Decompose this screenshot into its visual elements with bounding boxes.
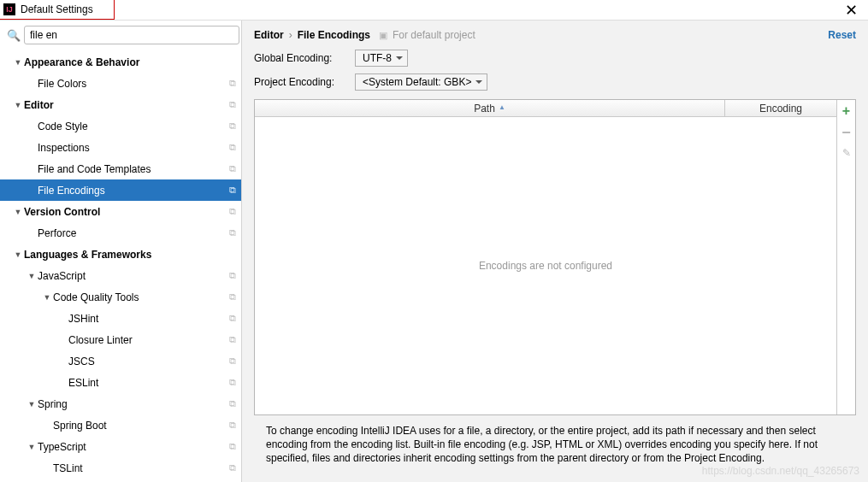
tree-item-code-style[interactable]: Code Style⧉ — [0, 115, 241, 137]
tree-item-javascript[interactable]: ▼JavaScript⧉ — [0, 265, 241, 286]
copy-icon: ⧉ — [229, 398, 236, 409]
tree-item-label: Code Style — [38, 120, 229, 132]
tree-item-spring-boot[interactable]: Spring Boot⧉ — [0, 414, 241, 436]
copy-icon: ⧉ — [229, 270, 236, 281]
chevron-right-icon: › — [289, 29, 292, 41]
search-input[interactable] — [24, 26, 239, 44]
copy-icon: ⧉ — [229, 356, 236, 367]
copy-icon: ⧉ — [229, 120, 236, 132]
copy-icon: ⧉ — [229, 163, 236, 174]
tree-item-label: Spring Boot — [53, 420, 229, 432]
chevron-down-icon: ▼ — [12, 101, 24, 109]
tree-item-spring[interactable]: ▼Spring⧉ — [0, 393, 241, 414]
column-path[interactable]: Path ▲ — [255, 100, 725, 116]
copy-icon: ⧉ — [229, 334, 236, 345]
tree-item-label: Appearance & Behavior — [24, 56, 236, 68]
tree-item-tslint[interactable]: TSLint⧉ — [0, 457, 241, 479]
sidebar: 🔍 ⊗ ▼Appearance & BehaviorFile Colors⧉▼E… — [0, 21, 242, 482]
tree-item-label: TSLint — [53, 462, 229, 474]
tree-item-perforce[interactable]: Perforce⧉ — [0, 222, 241, 244]
title-left: IJ Default Settings — [0, 0, 115, 20]
tree-item-typescript[interactable]: ▼TypeScript⧉ — [0, 436, 241, 457]
chevron-down-icon: ▼ — [12, 208, 24, 216]
chevron-down-icon: ▼ — [12, 58, 24, 67]
tree-item-label: Code Quality Tools — [53, 291, 229, 303]
remove-icon: − — [841, 124, 851, 142]
copy-icon: ⧉ — [229, 313, 236, 324]
encodings-table: Path ▲ Encoding Encodings are not config… — [254, 99, 856, 415]
chevron-down-icon: ▼ — [26, 272, 38, 280]
tree-item-jshint[interactable]: JSHint⧉ — [0, 308, 241, 329]
reset-button[interactable]: Reset — [828, 29, 856, 41]
tree-item-label: ESLint — [68, 377, 229, 389]
sort-asc-icon: ▲ — [499, 103, 505, 111]
tree-item-editor[interactable]: ▼Editor⧉ — [0, 94, 241, 115]
search-row: 🔍 ⊗ — [0, 21, 241, 50]
tree-item-closure-linter[interactable]: Closure Linter⧉ — [0, 329, 241, 350]
copy-icon: ⧉ — [229, 441, 236, 452]
global-encoding-label: Global Encoding: — [254, 52, 348, 64]
column-encoding[interactable]: Encoding — [725, 100, 836, 116]
project-encoding-label: Project Encoding: — [254, 76, 348, 88]
main-panel: Editor › File Encodings ▣ For default pr… — [242, 21, 868, 482]
table-header: Path ▲ Encoding — [255, 100, 836, 117]
breadcrumb: Editor › File Encodings ▣ For default pr… — [242, 21, 868, 48]
tree-item-file-colors[interactable]: File Colors⧉ — [0, 73, 241, 94]
close-icon[interactable]: ✕ — [835, 1, 868, 20]
window-title: Default Settings — [21, 3, 93, 15]
global-encoding-row: Global Encoding: UTF-8 — [242, 48, 868, 72]
breadcrumb-part1: Editor — [254, 29, 284, 41]
app-icon: IJ — [3, 3, 15, 15]
copy-icon: ⧉ — [229, 420, 236, 431]
tree-item-label: JSCS — [68, 356, 229, 367]
breadcrumb-hint: For default project — [393, 29, 475, 41]
title-bar: IJ Default Settings ✕ — [0, 0, 868, 21]
copy-icon: ⧉ — [229, 462, 236, 473]
tree-item-eslint[interactable]: ESLint⧉ — [0, 372, 241, 393]
tree-item-label: File and Code Templates — [38, 163, 229, 175]
global-encoding-combo[interactable]: UTF-8 — [355, 50, 408, 67]
project-encoding-combo[interactable]: <System Default: GBK> — [355, 73, 487, 91]
tree-item-version-control[interactable]: ▼Version Control⧉ — [0, 201, 241, 222]
chevron-down-icon: ▼ — [26, 443, 38, 451]
tree-item-label: File Colors — [38, 78, 229, 90]
tree-item-label: TypeScript — [38, 441, 229, 453]
tree-item-label: Editor — [24, 99, 229, 111]
tree-item-label: Spring — [38, 398, 229, 410]
tree-item-label: JavaScript — [38, 270, 229, 282]
tree-item-label: Languages & Frameworks — [24, 249, 236, 261]
tree-item-code-quality-tools[interactable]: ▼Code Quality Tools⧉ — [0, 286, 241, 308]
project-encoding-row: Project Encoding: <System Default: GBK> — [242, 72, 868, 96]
table-main: Path ▲ Encoding Encodings are not config… — [255, 100, 836, 414]
tree-item-label: Perforce — [38, 227, 229, 239]
chevron-down-icon: ▼ — [41, 293, 53, 302]
tree-item-label: Version Control — [24, 206, 229, 218]
tree-item-label: File Encodings — [38, 185, 229, 197]
copy-icon: ⧉ — [229, 142, 236, 153]
chevron-down-icon: ▼ — [26, 400, 38, 409]
copy-icon: ⧉ — [229, 291, 236, 303]
edit-icon: ✎ — [842, 147, 851, 159]
table-toolbar: + − ✎ — [836, 100, 855, 414]
tree-item-label: Closure Linter — [68, 334, 229, 346]
add-icon[interactable]: + — [842, 103, 850, 119]
tree-item-jscs[interactable]: JSCS⧉ — [0, 350, 241, 372]
copy-icon: ⧉ — [229, 78, 236, 89]
tree-item-label: Inspections — [38, 142, 229, 154]
search-icon: 🔍 — [7, 29, 21, 42]
copy-icon: ⧉ — [229, 99, 236, 110]
copy-icon: ⧉ — [229, 185, 236, 196]
tree-item-languages-frameworks[interactable]: ▼Languages & Frameworks — [0, 244, 241, 265]
tree-item-file-encodings[interactable]: File Encodings⧉ — [0, 179, 241, 201]
copy-icon: ⧉ — [229, 227, 236, 238]
table-empty-text: Encodings are not configured — [479, 260, 612, 272]
tree-item-inspections[interactable]: Inspections⧉ — [0, 137, 241, 158]
table-body: Encodings are not configured — [255, 117, 836, 414]
project-icon: ▣ — [379, 30, 387, 41]
tree-item-label: JSHint — [68, 313, 229, 325]
breadcrumb-part2: File Encodings — [298, 29, 370, 41]
tree-item-file-and-code-templates[interactable]: File and Code Templates⧉ — [0, 158, 241, 179]
settings-tree: ▼Appearance & BehaviorFile Colors⧉▼Edito… — [0, 50, 241, 482]
copy-icon: ⧉ — [229, 377, 236, 388]
tree-item-appearance-behavior[interactable]: ▼Appearance & Behavior — [0, 51, 241, 73]
